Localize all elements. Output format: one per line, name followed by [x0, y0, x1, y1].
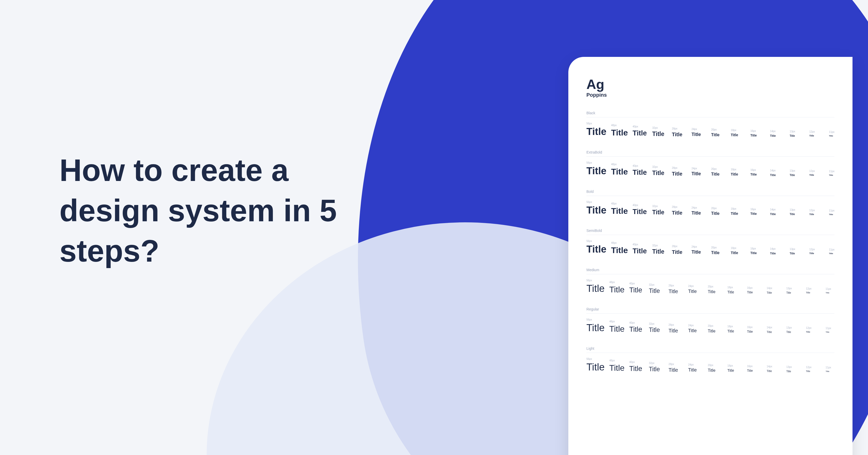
- sample-word: Title: [809, 213, 824, 216]
- sample-word: Title: [770, 173, 785, 177]
- size-px-label: 32px: [652, 244, 667, 247]
- sample-word: Title: [691, 132, 707, 137]
- weight-block-semibold: SemiBold56pxTitle48pxTitle40pxTitle32pxT…: [586, 229, 834, 255]
- sample-word: Title: [609, 364, 624, 372]
- size-px-label: 56px: [586, 201, 606, 203]
- size-sample: 11pxTitle: [829, 170, 834, 177]
- size-sample: 48pxTitle: [609, 320, 624, 334]
- weight-label: Light: [586, 346, 834, 353]
- weight-label: ExtraBold: [586, 150, 834, 157]
- sample-word: Title: [711, 211, 726, 216]
- sample-word: Title: [629, 286, 644, 294]
- size-px-label: 12px: [809, 170, 824, 172]
- size-sample: 28pxTitle: [672, 245, 687, 255]
- size-sample: 32pxTitle: [652, 244, 667, 255]
- size-sample: 40pxTitle: [633, 243, 648, 255]
- sample-word: Title: [708, 289, 723, 294]
- sample-word: Title: [609, 324, 624, 334]
- size-px-label: 18px: [731, 129, 746, 132]
- size-px-label: 56px: [586, 161, 606, 164]
- sample-word: Title: [767, 331, 782, 334]
- sample-word: Title: [806, 370, 821, 373]
- size-sample: 14pxTitle: [767, 365, 782, 372]
- size-sample: 11pxTitle: [829, 131, 834, 137]
- sample-word: Title: [633, 130, 648, 137]
- size-row: 56pxTitle48pxTitle40pxTitle32pxTitle28px…: [586, 318, 834, 334]
- sample-word: Title: [652, 170, 667, 176]
- size-row: 56pxTitle48pxTitle40pxTitle32pxTitle28px…: [586, 279, 834, 294]
- size-sample: 13pxTitle: [790, 169, 805, 177]
- sample-word: Title: [731, 172, 746, 176]
- sample-word: Title: [829, 214, 834, 216]
- sample-word: Title: [586, 323, 604, 334]
- size-sample: 20pxTitle: [708, 364, 723, 373]
- specimen-sample: Ag: [586, 78, 834, 91]
- size-sample: 48pxTitle: [611, 163, 628, 176]
- sample-word: Title: [747, 369, 762, 372]
- size-px-label: 14px: [767, 326, 782, 329]
- weight-block-extrabold: ExtraBold56pxTitle48pxTitle40pxTitle32px…: [586, 150, 834, 177]
- size-sample: 40pxTitle: [629, 282, 644, 294]
- sample-word: Title: [809, 135, 824, 137]
- size-px-label: 32px: [649, 322, 664, 325]
- size-sample: 20pxTitle: [711, 168, 726, 177]
- size-sample: 13pxTitle: [786, 326, 801, 334]
- sample-word: Title: [652, 249, 667, 255]
- size-px-label: 56px: [586, 240, 606, 243]
- size-px-label: 12px: [806, 326, 821, 329]
- size-sample: 56pxTitle: [586, 201, 606, 216]
- size-sample: 32pxTitle: [652, 166, 667, 176]
- size-px-label: 28px: [672, 205, 687, 208]
- sample-word: Title: [649, 288, 664, 294]
- sample-word: Title: [586, 126, 606, 137]
- size-sample: 32pxTitle: [649, 283, 664, 294]
- size-sample: 13pxTitle: [786, 366, 801, 373]
- sample-word: Title: [750, 173, 766, 176]
- size-px-label: 12px: [809, 248, 824, 251]
- size-px-label: 13px: [790, 169, 805, 172]
- size-px-label: 40px: [629, 282, 644, 285]
- sample-word: Title: [829, 135, 834, 137]
- sample-word: Title: [609, 285, 624, 294]
- sample-word: Title: [586, 166, 606, 177]
- sample-word: Title: [586, 362, 604, 373]
- size-px-label: 28px: [672, 167, 687, 169]
- weight-label: Medium: [586, 268, 834, 274]
- size-px-label: 32px: [649, 283, 664, 286]
- size-sample: 18pxTitle: [731, 129, 746, 137]
- size-sample: 24pxTitle: [691, 128, 707, 137]
- sample-word: Title: [767, 369, 782, 372]
- size-px-label: 16px: [750, 130, 766, 132]
- size-sample: 18pxTitle: [731, 247, 746, 255]
- size-sample: 28pxTitle: [669, 363, 684, 373]
- size-sample: 11pxTitle: [829, 209, 834, 216]
- sample-word: Title: [629, 365, 644, 373]
- size-sample: 32pxTitle: [652, 205, 667, 216]
- sample-word: Title: [790, 252, 805, 255]
- size-px-label: 11px: [829, 131, 834, 134]
- sample-word: Title: [711, 251, 726, 255]
- sample-word: Title: [770, 134, 785, 137]
- size-px-label: 12px: [809, 209, 824, 212]
- sample-word: Title: [750, 134, 766, 137]
- size-sample: 16pxTitle: [750, 169, 766, 176]
- size-sample: 40pxTitle: [629, 321, 644, 334]
- size-px-label: 24px: [691, 206, 707, 209]
- size-px-label: 32px: [652, 205, 667, 207]
- size-px-label: 56px: [586, 358, 604, 360]
- sample-word: Title: [708, 368, 723, 373]
- size-sample: 13pxTitle: [790, 248, 805, 255]
- sample-word: Title: [652, 209, 667, 216]
- size-px-label: 28px: [669, 363, 684, 366]
- size-sample: 20pxTitle: [708, 285, 723, 294]
- sample-word: Title: [691, 171, 707, 177]
- sample-word: Title: [672, 132, 687, 137]
- size-px-label: 40px: [633, 243, 648, 246]
- size-sample: 12pxTitle: [806, 326, 821, 334]
- sample-word: Title: [790, 213, 805, 216]
- size-sample: 12pxTitle: [809, 248, 824, 255]
- size-row: 56pxTitle48pxTitle40pxTitle32pxTitle28px…: [586, 358, 834, 373]
- size-px-label: 13px: [790, 248, 805, 251]
- sample-word: Title: [750, 252, 766, 255]
- size-sample: 56pxTitle: [586, 122, 606, 137]
